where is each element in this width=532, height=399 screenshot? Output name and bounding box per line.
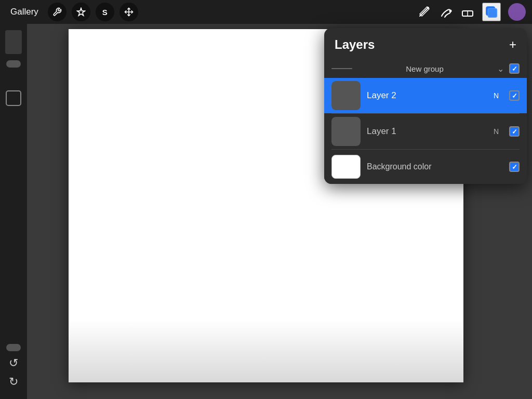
layer-2-thumbnail <box>331 81 361 110</box>
sidebar-bottom-actions: ↺ ↻ <box>6 344 21 389</box>
layer-2-blend-mode[interactable]: N <box>494 91 499 100</box>
magic-button[interactable] <box>72 3 90 21</box>
selection-button[interactable]: S <box>96 3 114 21</box>
layers-panel-header: Layers + <box>324 28 527 59</box>
gallery-button[interactable]: Gallery <box>6 5 43 19</box>
undo-button[interactable]: ↺ <box>9 356 18 370</box>
background-visibility-checkbox[interactable] <box>509 162 520 172</box>
pen-tool-button[interactable] <box>417 5 431 19</box>
redo-button[interactable]: ↻ <box>9 375 18 389</box>
size-slider-bottom[interactable] <box>6 344 21 351</box>
left-sidebar: ↺ ↻ <box>0 24 27 399</box>
layer-1-blend-mode[interactable]: N <box>494 127 499 136</box>
svg-point-3 <box>427 7 429 9</box>
layer-2-name: Layer 2 <box>367 90 487 101</box>
wrench-button[interactable] <box>48 3 66 21</box>
add-layer-button[interactable]: + <box>509 38 516 51</box>
layers-panel-button[interactable] <box>482 3 501 21</box>
layers-panel: Layers + New group ⌄ Layer 2 N Layer 1 N… <box>324 28 527 184</box>
group-visibility-checkbox[interactable] <box>509 63 520 74</box>
brush-size-slider[interactable] <box>5 30 22 54</box>
toolbar: Gallery S <box>0 0 532 24</box>
opacity-slider[interactable] <box>6 60 21 68</box>
layer-row-1[interactable]: Layer 1 N <box>324 114 527 149</box>
layers-panel-title: Layers <box>335 37 375 52</box>
background-color-row[interactable]: Background color <box>324 150 527 184</box>
shape-button[interactable] <box>6 90 21 106</box>
svg-rect-8 <box>488 8 497 17</box>
transform-button[interactable] <box>119 3 138 21</box>
svg-point-4 <box>449 10 452 12</box>
group-line <box>331 68 352 69</box>
layer-1-name: Layer 1 <box>367 126 487 137</box>
eraser-tool-button[interactable] <box>460 5 475 19</box>
layer-row-2[interactable]: Layer 2 N <box>324 78 527 113</box>
user-avatar-button[interactable] <box>508 3 526 21</box>
toolbar-left: Gallery S <box>6 3 138 21</box>
smudge-tool-button[interactable] <box>438 5 453 19</box>
layer-1-thumbnail <box>331 117 361 146</box>
group-chevron-icon[interactable]: ⌄ <box>497 64 504 74</box>
group-label: New group <box>357 64 492 73</box>
background-color-label: Background color <box>367 162 503 171</box>
background-thumbnail <box>331 155 361 179</box>
layer-group-row[interactable]: New group ⌄ <box>324 59 527 78</box>
layer-2-visibility-checkbox[interactable] <box>509 90 520 101</box>
layer-1-visibility-checkbox[interactable] <box>509 126 520 137</box>
toolbar-right <box>417 3 526 21</box>
